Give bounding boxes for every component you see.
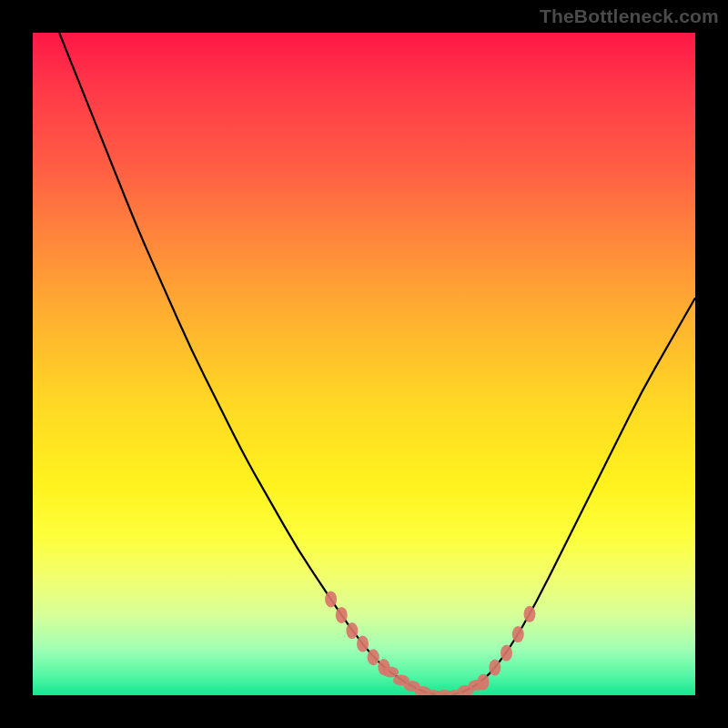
marker-dot [368,649,379,665]
marker-dot [512,626,524,642]
bottleneck-curve [33,33,695,695]
marker-dot [524,606,536,622]
curve-path [59,33,695,695]
watermark-label: TheBottleneck.com [540,5,719,27]
marker-cluster-left [325,591,389,675]
marker-cluster-right [478,606,536,691]
marker-dot [357,636,369,652]
chart-frame: TheBottleneck.com [0,0,728,728]
marker-dot [469,680,485,691]
marker-dot [336,607,348,623]
plot-area [33,33,695,695]
marker-dot [346,622,358,639]
marker-cluster-bottom [382,667,485,695]
marker-dot [325,591,337,607]
marker-dot [500,645,512,662]
marker-dot [489,660,500,676]
